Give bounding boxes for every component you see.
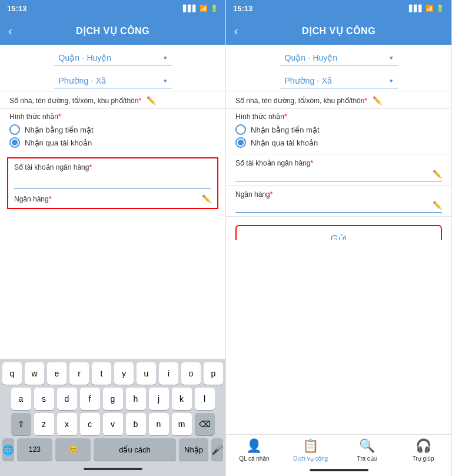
edit-address-icon[interactable]: ✏️: [147, 96, 156, 105]
right-back-button[interactable]: ‹: [234, 24, 238, 38]
key-shift[interactable]: ⇧: [11, 413, 31, 435]
key-s[interactable]: s: [34, 388, 54, 410]
personal-icon: 👤: [246, 438, 262, 454]
left-bank-account-input[interactable]: [14, 174, 211, 189]
right-header-title: DỊCH VỤ CÔNG: [302, 25, 375, 37]
key-z[interactable]: z: [34, 413, 54, 435]
key-space[interactable]: dấu cách: [94, 438, 176, 461]
right-panel: 15:13 ▋▋▋ 📶 🔋 ‹ DỊCH VỤ CÔNG Quận - Huyệ…: [226, 0, 452, 476]
right-option-tien-mat[interactable]: Nhận bằng tiền mặt: [235, 124, 442, 135]
right-address-field: Số nhà, tên đường, tổ/xóm, khu phố/thôn*…: [226, 91, 451, 109]
left-option-tai-khoan[interactable]: Nhận qua tài khoản: [9, 137, 216, 148]
left-content: Quận - Huyện ▾ Phường - Xã ▾ Số nhà, tên…: [0, 45, 225, 359]
left-option-tien-mat[interactable]: Nhận bằng tiền mặt: [9, 124, 216, 135]
left-radio-tien-mat[interactable]: [9, 124, 20, 135]
right-phuong-xa-dropdown[interactable]: Phường - Xã ▾: [280, 74, 398, 88]
right-edit-bank-name-icon[interactable]: ✏️: [433, 201, 442, 210]
right-status-icons: ▋▋▋ 📶 🔋: [409, 5, 444, 12]
key-x[interactable]: x: [57, 413, 77, 435]
left-bank-account-label: Số tài khoản ngân hàng*: [14, 163, 211, 171]
right-dropdown-phuong[interactable]: Phường - Xã ▾: [226, 68, 451, 91]
key-j[interactable]: j: [149, 388, 169, 410]
right-status-bar: 15:13 ▋▋▋ 📶 🔋: [226, 0, 451, 16]
left-header: ‹ DỊCH VỤ CÔNG: [0, 16, 225, 45]
right-chevron-down-icon: ▾: [390, 54, 393, 62]
key-h[interactable]: h: [126, 388, 146, 410]
phuong-xa-dropdown[interactable]: Phường - Xã ▾: [54, 74, 172, 88]
key-y[interactable]: y: [114, 362, 134, 385]
left-edit-bank-icon[interactable]: ✏️: [202, 194, 211, 203]
right-bank-name-field: Ngân hàng* ✏️: [226, 186, 451, 216]
key-g[interactable]: g: [103, 388, 123, 410]
key-c[interactable]: c: [80, 413, 100, 435]
key-t[interactable]: t: [92, 362, 111, 385]
nav-item-dich-vu-cong[interactable]: 📋 Dịch vụ công: [282, 438, 339, 462]
nav-item-personal[interactable]: 👤 QL cá nhân: [226, 438, 282, 462]
right-bank-account-line: ✏️: [235, 170, 442, 181]
key-m[interactable]: m: [172, 413, 192, 435]
send-button[interactable]: Gửi: [235, 225, 442, 240]
key-p[interactable]: p: [204, 362, 223, 385]
left-bank-box: Số tài khoản ngân hàng* Ngân hàng* ✏️: [7, 157, 218, 209]
right-radio-tien-mat[interactable]: [235, 124, 246, 135]
left-address-field: Số nhà, tên đường, tổ/xóm, khu phố/thôn*…: [0, 91, 225, 109]
left-back-button[interactable]: ‹: [8, 24, 12, 38]
left-dropdown-quan[interactable]: Quận - Huyện ▾: [0, 45, 225, 68]
key-123[interactable]: 123: [17, 438, 52, 461]
left-bank-name-label: Ngân hàng*: [14, 195, 51, 203]
key-u[interactable]: u: [137, 362, 156, 385]
right-hinh-thuc-label: Hình thức nhận*: [235, 113, 442, 121]
left-bank-name-row: Ngân hàng* ✏️: [14, 194, 211, 203]
nav-item-tra-cuu[interactable]: 🔍 Tra cứu: [339, 438, 396, 462]
chevron-down-icon-2: ▾: [164, 77, 167, 85]
home-bar-right: [310, 469, 368, 471]
key-f[interactable]: f: [80, 388, 100, 410]
right-quan-huyen-dropdown[interactable]: Quận - Huyện ▾: [280, 51, 398, 65]
bottom-nav: 👤 QL cá nhân 📋 Dịch vụ công 🔍 Tra cứu 🎧 …: [226, 434, 451, 464]
right-dropdown-quan[interactable]: Quận - Huyện ▾: [226, 45, 451, 68]
key-emoji[interactable]: 😊: [55, 438, 91, 461]
quan-huyen-dropdown[interactable]: Quận - Huyện ▾: [54, 51, 172, 65]
tra-cuu-icon: 🔍: [359, 438, 375, 454]
key-o[interactable]: o: [181, 362, 201, 385]
left-address-label: Số nhà, tên đường, tổ/xóm, khu phố/thôn*…: [9, 96, 216, 105]
key-w[interactable]: w: [25, 362, 44, 385]
keyboard-row-3: ⇧ z x c v b n m ⌫: [2, 413, 223, 435]
key-l[interactable]: l: [195, 388, 215, 410]
keyboard-row-4: 🌐 123 😊 dấu cách Nhập 🎤: [2, 438, 223, 461]
home-indicator-left: [2, 463, 223, 475]
left-status-time: 15:13: [7, 4, 26, 13]
key-e[interactable]: e: [47, 362, 67, 385]
key-mic[interactable]: 🎤: [211, 438, 223, 461]
key-r[interactable]: r: [69, 362, 89, 385]
key-a[interactable]: a: [11, 388, 31, 410]
key-enter[interactable]: Nhập: [179, 438, 208, 461]
right-bank-name-label: Ngân hàng*: [235, 190, 442, 199]
right-radio-tai-khoan[interactable]: [235, 137, 246, 148]
key-n[interactable]: n: [149, 413, 169, 435]
right-edit-bank-account-icon[interactable]: ✏️: [433, 170, 442, 178]
right-header: ‹ DỊCH VỤ CÔNG: [226, 16, 451, 45]
left-hinh-thuc-group: Hình thức nhận* Nhận bằng tiền mặt Nhận …: [0, 109, 225, 154]
keyboard-row-1: q w e r t y u i o p: [2, 362, 223, 385]
key-k[interactable]: k: [172, 388, 192, 410]
left-status-bar: 15:13 ▋▋▋ 📶 🔋: [0, 0, 225, 16]
key-i[interactable]: i: [159, 362, 178, 385]
right-option-tai-khoan[interactable]: Nhận qua tài khoản: [235, 137, 442, 148]
right-hinh-thuc-group: Hình thức nhận* Nhận bằng tiền mặt Nhận …: [226, 109, 451, 154]
chevron-down-icon: ▾: [164, 54, 167, 62]
right-edit-address-icon[interactable]: ✏️: [373, 96, 382, 105]
key-d[interactable]: d: [57, 388, 77, 410]
left-dropdown-phuong[interactable]: Phường - Xã ▾: [0, 68, 225, 91]
key-b[interactable]: b: [126, 413, 146, 435]
right-chevron-down-icon-2: ▾: [390, 77, 393, 85]
left-header-title: DỊCH VỤ CÔNG: [76, 25, 149, 37]
keyboard-row-2: a s d f g h j k l: [2, 388, 223, 410]
key-globe[interactable]: 🌐: [2, 438, 14, 461]
left-radio-tai-khoan[interactable]: [9, 137, 20, 148]
key-q[interactable]: q: [2, 362, 22, 385]
key-backspace[interactable]: ⌫: [195, 413, 215, 435]
right-signal-icon: ▋▋▋: [409, 5, 423, 12]
nav-item-tro-giup[interactable]: 🎧 Trợ giúp: [395, 438, 451, 462]
key-v[interactable]: v: [103, 413, 123, 435]
